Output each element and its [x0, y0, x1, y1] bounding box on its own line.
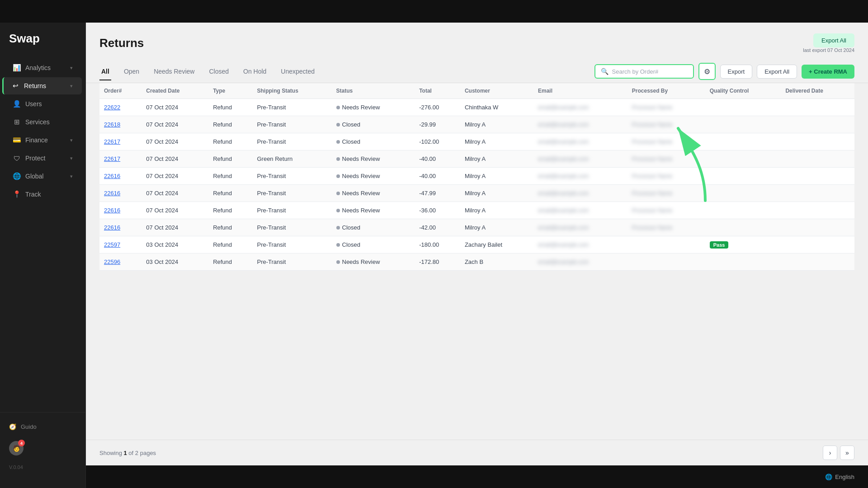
guide-label: Guido: [21, 423, 37, 430]
search-input[interactable]: [612, 68, 688, 75]
col-customer: Customer: [460, 83, 533, 99]
filter-button[interactable]: ⚙: [698, 63, 716, 80]
sidebar-item-users[interactable]: 👤 Users: [4, 95, 82, 113]
export-all-button[interactable]: Export All: [757, 65, 797, 79]
sidebar-label-users: Users: [25, 100, 42, 108]
search-icon: 🔍: [601, 68, 609, 75]
cell-order[interactable]: 22622: [99, 99, 142, 116]
cell-order[interactable]: 22617: [99, 133, 142, 150]
last-page-button[interactable]: »: [840, 446, 854, 460]
cell-order[interactable]: 22618: [99, 116, 142, 133]
cell-processed: [627, 253, 705, 271]
cell-total: -40.00: [415, 150, 460, 168]
tab-all[interactable]: All: [99, 63, 111, 80]
sidebar-item-global[interactable]: 🌐 Global ▾: [4, 168, 82, 185]
global-icon: 🌐: [13, 172, 21, 180]
cell-type: Refund: [208, 150, 252, 168]
cell-order[interactable]: 22616: [99, 202, 142, 219]
cell-order[interactable]: 22616: [99, 219, 142, 236]
tabs-bar: All Open Needs Review Closed On Hold Une…: [86, 60, 868, 83]
cell-processed: Processor Name: [627, 116, 705, 133]
cell-email: email@example.com: [533, 99, 627, 116]
sidebar-item-returns[interactable]: ↩ Returns ▾: [2, 77, 82, 94]
cell-total: -180.00: [415, 236, 460, 253]
cell-order[interactable]: 22596: [99, 253, 142, 271]
table-row: 22617 07 Oct 2024 Refund Pre-Transit Clo…: [99, 133, 854, 150]
cell-created: 07 Oct 2024: [142, 219, 208, 236]
sidebar-label-services: Services: [25, 118, 50, 126]
cell-created: 07 Oct 2024: [142, 185, 208, 202]
next-page-button[interactable]: ›: [823, 446, 837, 460]
user-avatar-item[interactable]: 🧑 4: [4, 437, 82, 459]
cell-shipping: Pre-Transit: [252, 236, 331, 253]
table-row: 22616 07 Oct 2024 Refund Pre-Transit Clo…: [99, 219, 854, 236]
col-status: Status: [332, 83, 415, 99]
table-row: 22617 07 Oct 2024 Refund Green Return Ne…: [99, 150, 854, 168]
pagination-row: Showing 1 of 2 pages › »: [86, 440, 868, 465]
header-export-btn[interactable]: Export All: [813, 33, 854, 47]
cell-delivered: [781, 168, 854, 185]
cell-created: 03 Oct 2024: [142, 236, 208, 253]
search-box[interactable]: 🔍: [594, 64, 694, 79]
cell-type: Refund: [208, 99, 252, 116]
col-order: Order#: [99, 83, 142, 99]
cell-delivered: [781, 99, 854, 116]
cell-type: Refund: [208, 185, 252, 202]
chevron-icon: ▾: [70, 83, 73, 89]
cell-qc: [705, 185, 781, 202]
cell-total: -36.00: [415, 202, 460, 219]
cell-customer: Zach B: [460, 253, 533, 271]
cell-processed: Processor Name: [627, 219, 705, 236]
cell-total: -29.99: [415, 116, 460, 133]
table-row: 22622 07 Oct 2024 Refund Pre-Transit Nee…: [99, 99, 854, 116]
page-header: Returns Export All last export 07 Oct 20…: [86, 23, 868, 60]
tab-open[interactable]: Open: [122, 63, 141, 80]
sidebar: Swap 📊 Analytics ▾ ↩ Returns ▾ 👤 Users ⊞: [0, 23, 86, 488]
language-selector[interactable]: 🌐 English: [825, 474, 854, 480]
cell-qc: [705, 219, 781, 236]
cell-order[interactable]: 22597: [99, 236, 142, 253]
create-rma-button[interactable]: + Create RMA: [802, 65, 854, 79]
sidebar-label-global: Global: [25, 173, 43, 180]
tab-unexpected[interactable]: Unexpected: [279, 63, 316, 80]
sidebar-nav: 📊 Analytics ▾ ↩ Returns ▾ 👤 Users ⊞ Serv…: [0, 59, 85, 412]
chevron-icon: ▾: [70, 137, 73, 143]
tab-on-hold[interactable]: On Hold: [241, 63, 268, 80]
cell-shipping: Pre-Transit: [252, 253, 331, 271]
top-bar: [0, 0, 868, 23]
cell-created: 07 Oct 2024: [142, 168, 208, 185]
cell-order[interactable]: 22617: [99, 150, 142, 168]
tab-closed[interactable]: Closed: [207, 63, 231, 80]
main-content: Returns Export All last export 07 Oct 20…: [86, 23, 868, 465]
cell-processed: Processor Name: [627, 185, 705, 202]
filter-icon: ⚙: [704, 67, 710, 76]
cell-shipping: Pre-Transit: [252, 116, 331, 133]
col-processed: Processed By: [627, 83, 705, 99]
header-right: Export All last export 07 Oct 2024: [803, 33, 854, 53]
protect-icon: 🛡: [13, 154, 21, 162]
col-created: Created Date: [142, 83, 208, 99]
sidebar-item-services[interactable]: ⊞ Services: [4, 113, 82, 131]
page-info: Showing 1 of 2 pages: [99, 450, 156, 456]
cell-processed: Processor Name: [627, 133, 705, 150]
pagination-buttons: › »: [823, 446, 854, 460]
cell-qc: [705, 253, 781, 271]
sidebar-item-finance[interactable]: 💳 Finance ▾: [4, 131, 82, 149]
returns-table: Order# Created Date Type Shipping Status…: [99, 83, 854, 271]
cell-qc: [705, 133, 781, 150]
cell-created: 07 Oct 2024: [142, 150, 208, 168]
cell-order[interactable]: 22616: [99, 168, 142, 185]
table-header: Order# Created Date Type Shipping Status…: [99, 83, 854, 99]
cell-email: email@example.com: [533, 168, 627, 185]
col-email: Email: [533, 83, 627, 99]
export-button[interactable]: Export: [720, 65, 753, 79]
cell-order[interactable]: 22616: [99, 185, 142, 202]
guide-item[interactable]: 🧭 Guido: [4, 420, 82, 434]
sidebar-item-analytics[interactable]: 📊 Analytics ▾: [4, 59, 82, 76]
cell-customer: Milroy A: [460, 116, 533, 133]
sidebar-item-protect[interactable]: 🛡 Protect ▾: [4, 150, 82, 167]
globe-icon: 🌐: [825, 474, 832, 480]
cell-qc: [705, 116, 781, 133]
sidebar-item-track[interactable]: 📍 Track: [4, 186, 82, 203]
tab-needs-review[interactable]: Needs Review: [152, 63, 196, 80]
